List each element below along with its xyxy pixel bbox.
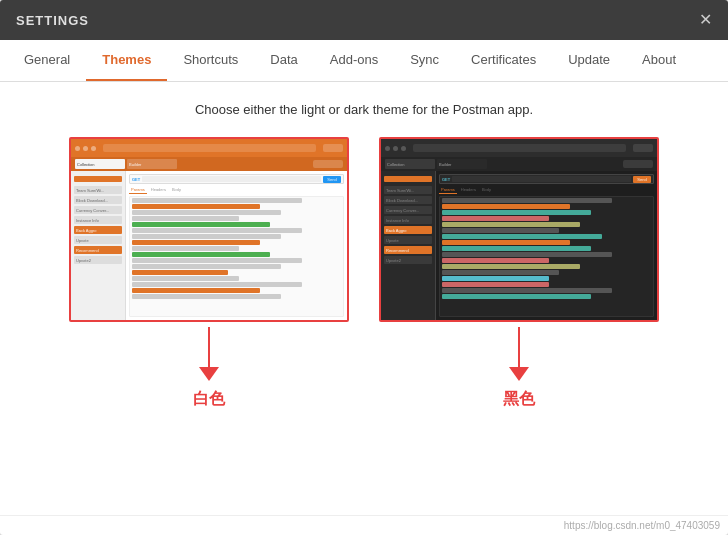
mini-body-light: Team Sure/Wi... Block Download... Curren… [71,171,347,320]
settings-modal: SETTINGS ✕ General Themes Shortcuts Data… [0,0,728,535]
tab-certificates[interactable]: Certificates [455,40,552,81]
content-area: Choose either the light or dark theme fo… [0,82,728,515]
watermark: https://blog.csdn.net/m0_47403059 [0,515,728,535]
mini-sidebar-light: Team Sure/Wi... Block Download... Curren… [71,171,126,320]
mini-body-dark: Team Sure/Wi... Block Download... Curren… [381,171,657,320]
tab-general[interactable]: General [8,40,86,81]
tab-about[interactable]: About [626,40,692,81]
modal-title: SETTINGS [16,13,89,28]
mini-main-dark: GET Send Params Headers Body [436,171,657,320]
tab-themes[interactable]: Themes [86,40,167,81]
dark-theme-preview[interactable]: Collection Builder Team Sure/Wi... Block… [379,137,659,322]
light-theme-arrow [199,327,219,381]
mini-tabs-dark: Collection Builder [381,157,657,171]
dark-theme-label: 黑色 [503,389,535,410]
mini-topbar-dark [381,139,657,157]
close-button[interactable]: ✕ [699,12,712,28]
tab-bar: General Themes Shortcuts Data Add-ons Sy… [0,40,728,82]
tab-addons[interactable]: Add-ons [314,40,394,81]
tab-data[interactable]: Data [254,40,313,81]
mini-main-light: GET Send Params Headers Body [126,171,347,320]
tab-shortcuts[interactable]: Shortcuts [167,40,254,81]
mini-topbar-light [71,139,347,157]
mini-sidebar-dark: Team Sure/Wi... Block Download... Curren… [381,171,436,320]
modal-header: SETTINGS ✕ [0,0,728,40]
light-ui-miniature: Collection Builder Team Sure/Wi... Block… [71,139,347,320]
light-theme-label: 白色 [193,389,225,410]
theme-description: Choose either the light or dark theme fo… [20,102,708,117]
tab-sync[interactable]: Sync [394,40,455,81]
dark-theme-arrow [509,327,529,381]
light-theme-option[interactable]: Collection Builder Team Sure/Wi... Block… [69,137,349,410]
dark-ui-miniature: Collection Builder Team Sure/Wi... Block… [381,139,657,320]
themes-container: Collection Builder Team Sure/Wi... Block… [20,137,708,410]
dark-theme-option[interactable]: Collection Builder Team Sure/Wi... Block… [379,137,659,410]
tab-update[interactable]: Update [552,40,626,81]
mini-tabs-light: Collection Builder [71,157,347,171]
light-theme-preview[interactable]: Collection Builder Team Sure/Wi... Block… [69,137,349,322]
